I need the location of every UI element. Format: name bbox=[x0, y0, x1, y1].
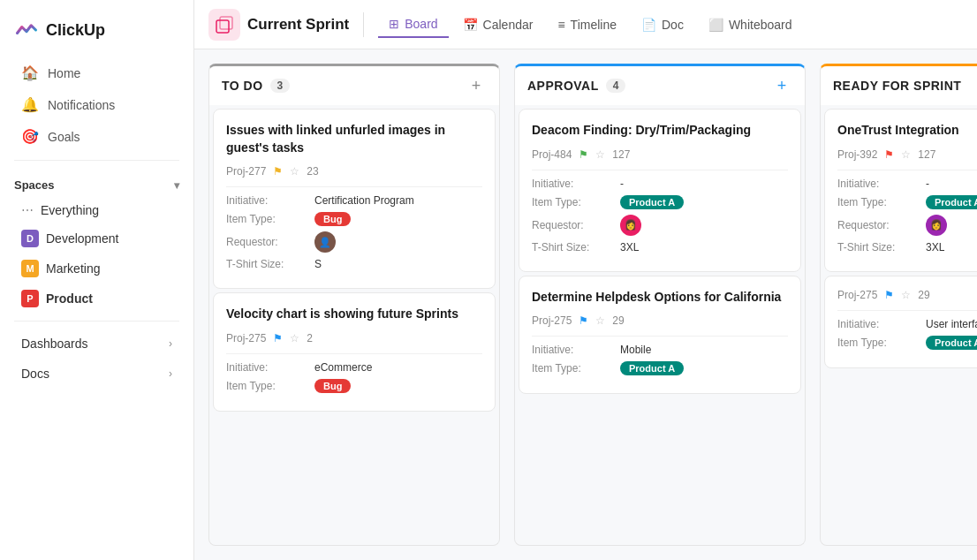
flag-icon: ⚑ bbox=[273, 332, 283, 344]
sidebar-item-marketing-label: Marketing bbox=[46, 261, 100, 276]
initiative-label: Initiative: bbox=[226, 194, 314, 207]
nav-doc[interactable]: 📄 Doc bbox=[631, 12, 694, 37]
type-label: Item Type: bbox=[532, 196, 620, 208]
flag-icon: ⚑ bbox=[579, 314, 588, 327]
card-divider bbox=[226, 186, 482, 187]
card-stars: 127 bbox=[918, 148, 935, 161]
column-todo-count: 3 bbox=[270, 79, 291, 93]
sidebar-item-home-label: Home bbox=[48, 66, 80, 80]
divider-1 bbox=[14, 160, 179, 161]
column-ready-body: OneTrust Integration Proj-392 ⚑ ☆ 127 In… bbox=[820, 105, 977, 546]
card-stars: 127 bbox=[612, 148, 630, 161]
bell-icon: 🔔 bbox=[21, 96, 39, 113]
sprint-icon bbox=[208, 9, 240, 41]
sidebar-item-home[interactable]: 🏠 Home bbox=[7, 57, 186, 88]
sidebar-item-development[interactable]: D Development bbox=[7, 224, 186, 253]
column-todo-header: TO DO 3 + bbox=[208, 64, 500, 105]
spaces-header[interactable]: Spaces ▾ bbox=[0, 168, 193, 197]
initiative-label: Initiative: bbox=[226, 361, 314, 374]
table-row[interactable]: Proj-275 ⚑ ☆ 29 Initiative: User interfa… bbox=[824, 276, 977, 368]
sidebar-item-goals[interactable]: 🎯 Goals bbox=[7, 121, 186, 152]
sidebar-item-product[interactable]: P Product bbox=[7, 284, 186, 313]
card-stars: 29 bbox=[918, 289, 929, 301]
card-field-initiative: Initiative: eCommerce bbox=[226, 361, 482, 374]
nav-timeline-label: Timeline bbox=[571, 18, 617, 32]
nav-board-label: Board bbox=[405, 17, 437, 31]
column-approval-header: APPROVAL 4 + bbox=[514, 64, 806, 105]
card-field-tshirt: T-Shirt Size: 3XL bbox=[837, 241, 977, 254]
card-field-initiative: Initiative: - bbox=[837, 178, 977, 190]
whiteboard-icon: ⬜ bbox=[708, 18, 723, 32]
sidebar-item-everything[interactable]: ⋯ Everything bbox=[7, 198, 186, 223]
card-title: Deacom Finding: Dry/Trim/Packaging bbox=[532, 122, 788, 140]
star-icon: ☆ bbox=[595, 314, 605, 327]
avatar: 👤 bbox=[314, 231, 336, 253]
card-meta: Proj-275 ⚑ ☆ 29 bbox=[837, 289, 977, 301]
tshirt-value: 3XL bbox=[926, 241, 944, 254]
type-label: Item Type: bbox=[532, 362, 620, 375]
sidebar-item-development-label: Development bbox=[46, 231, 119, 246]
sidebar: ClickUp 🏠 Home 🔔 Notifications 🎯 Goals S… bbox=[0, 0, 194, 560]
sprint-cube-icon bbox=[215, 15, 234, 34]
card-proj-id: Proj-275 bbox=[532, 314, 572, 327]
nav-timeline[interactable]: ≡ Timeline bbox=[547, 12, 627, 37]
tshirt-value: S bbox=[314, 258, 322, 270]
card-meta: Proj-275 ⚑ ☆ 29 bbox=[532, 314, 788, 327]
sidebar-item-marketing[interactable]: M Marketing bbox=[7, 254, 186, 283]
flag-icon: ⚑ bbox=[273, 165, 283, 178]
doc-icon: 📄 bbox=[641, 18, 656, 32]
card-meta: Proj-392 ⚑ ☆ 127 bbox=[837, 148, 977, 161]
column-todo-add-button[interactable]: + bbox=[466, 75, 487, 96]
card-divider bbox=[532, 336, 788, 337]
column-approval-body: Deacom Finding: Dry/Trim/Packaging Proj-… bbox=[514, 105, 806, 546]
table-row[interactable]: OneTrust Integration Proj-392 ⚑ ☆ 127 In… bbox=[824, 109, 977, 272]
star-icon: ☆ bbox=[595, 148, 605, 161]
avatar: 👩 bbox=[620, 215, 641, 236]
card-field-tshirt: T-Shirt Size: 3XL bbox=[532, 241, 788, 254]
dashboards-label: Dashboards bbox=[21, 337, 88, 351]
svg-rect-0 bbox=[216, 20, 229, 33]
initiative-value: - bbox=[620, 178, 624, 190]
logo-text: ClickUp bbox=[46, 21, 105, 40]
card-title: OneTrust Integration bbox=[837, 122, 977, 140]
initiative-label: Initiative: bbox=[532, 344, 620, 356]
initiative-value: eCommerce bbox=[314, 361, 372, 374]
column-todo-title: TO DO bbox=[222, 79, 263, 93]
type-badge: Product A bbox=[620, 195, 684, 209]
topbar: Current Sprint ⊞ Board 📅 Calendar ≡ Time… bbox=[194, 0, 977, 49]
nav-calendar[interactable]: 📅 Calendar bbox=[452, 12, 544, 37]
card-field-type: Item Type: Bug bbox=[226, 212, 482, 226]
initiative-value: Mobile bbox=[620, 344, 651, 356]
card-meta: Proj-277 ⚑ ☆ 23 bbox=[226, 165, 482, 178]
avatar: 👩 bbox=[926, 215, 947, 236]
topbar-sep bbox=[363, 12, 364, 37]
nav-board[interactable]: ⊞ Board bbox=[378, 11, 448, 38]
column-todo: TO DO 3 + Issues with linked unfurled im… bbox=[208, 64, 500, 546]
sidebar-item-everything-label: Everything bbox=[41, 203, 99, 217]
nav-whiteboard-label: Whiteboard bbox=[729, 18, 792, 32]
dev-space-dot: D bbox=[21, 230, 39, 247]
nav-whiteboard[interactable]: ⬜ Whiteboard bbox=[698, 12, 803, 37]
column-ready-title: READY FOR SPRINT bbox=[833, 79, 961, 93]
sidebar-item-dashboards[interactable]: Dashboards › bbox=[7, 329, 186, 358]
column-approval-add-button[interactable]: + bbox=[771, 75, 792, 96]
tshirt-label: T-Shirt Size: bbox=[532, 241, 620, 254]
sidebar-item-notifications[interactable]: 🔔 Notifications bbox=[7, 89, 186, 120]
column-ready: READY FOR SPRINT + OneTrust Integration … bbox=[820, 64, 977, 546]
sidebar-item-docs[interactable]: Docs › bbox=[7, 359, 186, 388]
initiative-label: Initiative: bbox=[837, 318, 926, 330]
flag-icon: ⚑ bbox=[884, 289, 894, 301]
sprint-title: Current Sprint bbox=[247, 16, 349, 34]
table-row[interactable]: Issues with linked unfurled images in gu… bbox=[213, 109, 496, 289]
nav-calendar-label: Calendar bbox=[483, 18, 534, 32]
table-row[interactable]: Deacom Finding: Dry/Trim/Packaging Proj-… bbox=[519, 109, 801, 272]
type-label: Item Type: bbox=[226, 380, 314, 392]
card-field-type: Item Type: Product A bbox=[837, 195, 977, 209]
nav-section: 🏠 Home 🔔 Notifications 🎯 Goals bbox=[0, 57, 193, 153]
table-row[interactable]: Determine Helpdesk Options for Californi… bbox=[519, 276, 801, 395]
nav-doc-label: Doc bbox=[662, 18, 684, 32]
docs-arrow-icon: › bbox=[169, 367, 172, 380]
card-title: Determine Helpdesk Options for Californi… bbox=[532, 289, 788, 306]
table-row[interactable]: Velocity chart is showing future Sprints… bbox=[213, 292, 496, 412]
svg-rect-1 bbox=[220, 17, 232, 29]
